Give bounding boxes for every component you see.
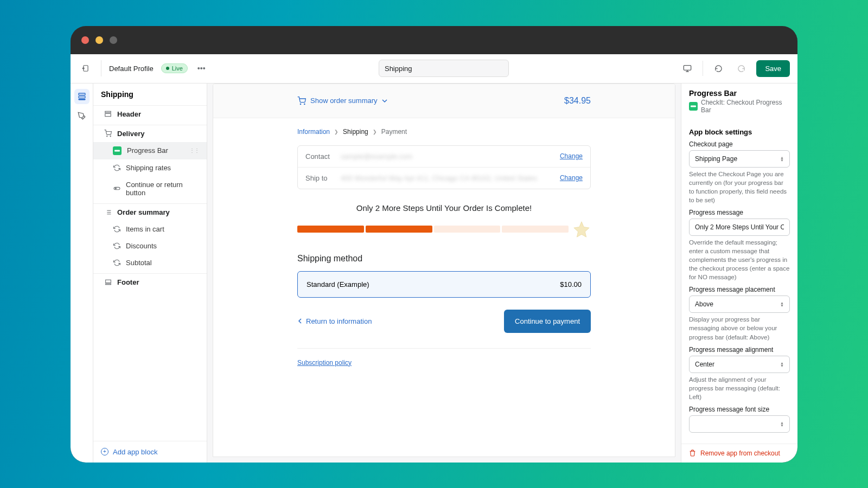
remove-app-button[interactable]: Remove app from checkout xyxy=(681,444,797,463)
close-dot[interactable] xyxy=(81,36,89,44)
progress-message-label: Progress message xyxy=(689,209,790,216)
alignment-select[interactable]: Center ▲▼ xyxy=(689,356,790,373)
chevron-left-icon xyxy=(297,318,303,324)
minimize-dot[interactable] xyxy=(95,36,103,44)
order-total: $34.95 xyxy=(564,96,591,106)
svg-rect-18 xyxy=(105,280,111,282)
live-badge: Live xyxy=(161,63,188,73)
shipping-option[interactable]: Standard (Example) $10.00 xyxy=(297,271,591,298)
sidebar-item-order-summary[interactable]: Order summary xyxy=(93,204,207,221)
breadcrumb: Information ❯ Shipping ❯ Payment xyxy=(297,128,591,136)
svg-rect-1 xyxy=(684,66,691,70)
app-icon xyxy=(113,146,122,155)
svg-point-21 xyxy=(304,104,305,104)
add-app-block-button[interactable]: + Add app block xyxy=(93,441,207,463)
app-icon xyxy=(689,102,698,111)
window-titlebar xyxy=(71,26,797,54)
alignment-help: Adjust the alignment of your progress ba… xyxy=(689,375,790,401)
select-chevron-icon: ▲▼ xyxy=(780,421,784,427)
svg-rect-4 xyxy=(79,99,85,99)
button-icon xyxy=(113,185,120,192)
refresh-icon xyxy=(113,225,120,233)
undo-icon[interactable] xyxy=(711,61,726,76)
sidebar-item-discounts[interactable]: Discounts xyxy=(93,237,207,254)
show-order-summary-toggle[interactable]: Show order summary xyxy=(297,97,387,105)
cart-icon xyxy=(104,130,112,137)
exit-icon[interactable] xyxy=(78,61,93,76)
sidebar-item-delivery[interactable]: Delivery xyxy=(93,125,207,142)
placement-select[interactable]: Above ▲▼ xyxy=(689,296,790,313)
change-contact-link[interactable]: Change xyxy=(560,152,583,160)
progress-segment-1 xyxy=(297,226,364,233)
footer-icon xyxy=(104,278,112,286)
cart-icon xyxy=(297,97,306,105)
refresh-icon xyxy=(113,242,120,249)
progress-message-input[interactable] xyxy=(689,219,790,236)
sidebar-item-progress-bar[interactable]: Progress Bar ⋮⋮ xyxy=(93,142,207,159)
desktop-view-icon[interactable] xyxy=(680,61,695,76)
sidebar: Shipping Header Delivery xyxy=(93,84,207,463)
contact-label: Contact xyxy=(305,152,341,160)
more-menu[interactable]: ••• xyxy=(195,62,208,75)
progress-message: Only 2 More Steps Until Your Order Is Co… xyxy=(297,203,591,213)
change-shipto-link[interactable]: Change xyxy=(560,174,583,182)
preview-area: Show order summary $34.95 Information ❯ … xyxy=(207,84,681,463)
crumb-information[interactable]: Information xyxy=(297,128,330,136)
placement-label: Progress message placement xyxy=(689,286,790,293)
trash-icon xyxy=(689,450,696,457)
inspector-title: Progress Bar xyxy=(681,84,797,99)
svg-point-20 xyxy=(300,104,301,104)
alignment-label: Progress message alignment xyxy=(689,346,790,354)
fontsize-label: Progress message font size xyxy=(689,406,790,413)
continue-button[interactable]: Continue to payment xyxy=(504,310,591,333)
crumb-shipping: Shipping xyxy=(343,128,368,136)
svg-point-7 xyxy=(107,136,107,137)
progress-segment-2 xyxy=(366,226,432,233)
contact-value: sample@example.com xyxy=(341,152,560,160)
sidebar-item-shipping-rates[interactable]: Shipping rates xyxy=(93,159,207,176)
sidebar-item-items-in-cart[interactable]: Items in cart xyxy=(93,221,207,237)
svg-rect-6 xyxy=(105,113,111,116)
progress-segment-3 xyxy=(434,226,501,233)
checkout-page-select[interactable]: Shipping Page ▲▼ xyxy=(689,150,790,168)
checkout-page-help: Select the Checkout Page you are current… xyxy=(689,170,790,204)
svg-rect-5 xyxy=(105,111,111,112)
select-chevron-icon: ▲▼ xyxy=(780,156,784,162)
save-button[interactable]: Save xyxy=(756,60,790,77)
sidebar-title: Shipping xyxy=(93,84,207,106)
inspector-panel: Progress Bar CheckIt: Checkout Progress … xyxy=(681,84,797,463)
sidebar-item-subtotal[interactable]: Subtotal xyxy=(93,254,207,271)
fontsize-select[interactable]: ▲▼ xyxy=(689,415,790,433)
svg-rect-22 xyxy=(691,105,696,107)
shipto-value: 400 Wonderful Way Apt 411, Chicago CA 90… xyxy=(341,174,560,182)
subscription-policy-link[interactable]: Subscription policy xyxy=(297,359,352,367)
sidebar-item-header[interactable]: Header xyxy=(93,106,207,123)
svg-point-8 xyxy=(110,136,111,137)
chevron-right-icon: ❯ xyxy=(334,129,339,134)
page-selector[interactable]: Shipping xyxy=(379,60,509,77)
star-icon xyxy=(572,220,591,239)
shipto-label: Ship to xyxy=(305,174,341,182)
chevron-right-icon: ❯ xyxy=(373,129,377,134)
drag-handle-icon[interactable]: ⋮⋮ xyxy=(189,147,199,153)
shipping-method-heading: Shipping method xyxy=(297,254,591,264)
rail-theme-icon[interactable] xyxy=(74,108,90,124)
refresh-icon xyxy=(113,164,120,171)
redo-icon[interactable] xyxy=(733,61,749,76)
checkout-page-label: Checkout page xyxy=(689,140,790,148)
svg-rect-19 xyxy=(105,284,111,285)
sidebar-item-footer[interactable]: Footer xyxy=(93,274,207,291)
progress-bar xyxy=(297,220,591,239)
rail-sections-icon[interactable] xyxy=(74,89,90,104)
crumb-payment: Payment xyxy=(381,128,407,136)
sidebar-item-continue-return[interactable]: Continue or return button xyxy=(93,176,207,201)
chevron-down-icon xyxy=(382,98,387,104)
maximize-dot[interactable] xyxy=(110,36,117,44)
select-chevron-icon: ▲▼ xyxy=(780,362,784,367)
svg-rect-2 xyxy=(79,93,85,95)
header-icon xyxy=(104,110,112,118)
return-link[interactable]: Return to information xyxy=(297,317,372,325)
svg-rect-9 xyxy=(114,150,120,151)
placement-help: Display your progress bar messaging abov… xyxy=(689,315,790,341)
profile-name: Default Profile xyxy=(109,65,154,73)
